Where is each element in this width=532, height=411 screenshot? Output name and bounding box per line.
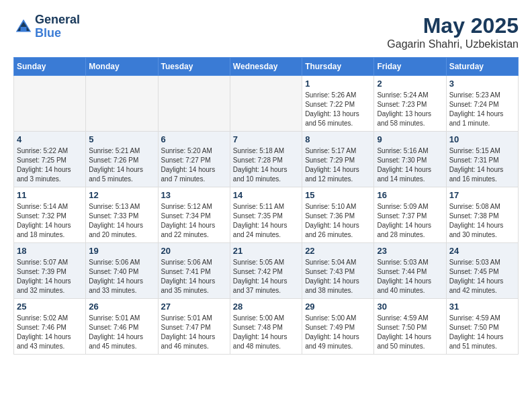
calendar-cell: 19Sunrise: 5:06 AMSunset: 7:40 PMDayligh… [86,243,158,299]
day-info: Sunrise: 5:24 AMSunset: 7:23 PMDaylight:… [377,91,443,128]
calendar-header-row: SundayMondayTuesdayWednesdayThursdayFrid… [14,58,519,76]
day-number: 1 [305,79,371,89]
header-sunday: Sunday [14,58,86,76]
day-info: Sunrise: 5:13 AMSunset: 7:33 PMDaylight:… [89,202,154,240]
calendar-cell: 18Sunrise: 5:07 AMSunset: 7:39 PMDayligh… [14,243,86,299]
day-number: 26 [89,302,154,312]
calendar-cell [86,76,158,132]
calendar-cell: 17Sunrise: 5:08 AMSunset: 7:38 PMDayligh… [446,187,518,243]
header-monday: Monday [86,58,158,76]
calendar-cell: 27Sunrise: 5:01 AMSunset: 7:47 PMDayligh… [158,299,230,355]
day-number: 5 [89,134,154,144]
day-info: Sunrise: 5:05 AMSunset: 7:42 PMDaylight:… [233,258,299,295]
day-info: Sunrise: 5:17 AMSunset: 7:29 PMDaylight:… [305,146,371,184]
calendar-cell: 25Sunrise: 5:02 AMSunset: 7:46 PMDayligh… [14,299,86,355]
day-number: 15 [305,190,371,200]
day-number: 30 [377,302,443,312]
svg-rect-2 [21,27,27,31]
day-info: Sunrise: 5:09 AMSunset: 7:37 PMDaylight:… [377,202,443,240]
calendar-cell: 29Sunrise: 5:00 AMSunset: 7:49 PMDayligh… [302,299,374,355]
day-number: 25 [17,302,83,312]
day-info: Sunrise: 5:03 AMSunset: 7:45 PMDaylight:… [449,258,515,295]
day-number: 10 [449,134,515,144]
calendar-cell: 1Sunrise: 5:26 AMSunset: 7:22 PMDaylight… [302,76,374,132]
day-number: 12 [89,190,154,200]
day-number: 17 [449,190,515,200]
logo: General Blue [13,13,80,40]
header: General Blue May 2025 Gagarin Shahri, Uz… [13,13,519,50]
calendar-cell [230,76,302,132]
day-info: Sunrise: 5:00 AMSunset: 7:48 PMDaylight:… [233,314,299,351]
logo-text-line2: Blue [35,27,80,40]
calendar-cell: 16Sunrise: 5:09 AMSunset: 7:37 PMDayligh… [374,187,446,243]
day-info: Sunrise: 5:22 AMSunset: 7:25 PMDaylight:… [17,146,83,184]
day-info: Sunrise: 5:00 AMSunset: 7:49 PMDaylight:… [305,314,371,351]
calendar-cell: 2Sunrise: 5:24 AMSunset: 7:23 PMDaylight… [374,76,446,132]
day-info: Sunrise: 5:06 AMSunset: 7:40 PMDaylight:… [89,258,154,295]
calendar-cell: 22Sunrise: 5:04 AMSunset: 7:43 PMDayligh… [302,243,374,299]
day-info: Sunrise: 5:26 AMSunset: 7:22 PMDaylight:… [305,91,371,128]
day-number: 2 [377,79,443,89]
day-info: Sunrise: 5:16 AMSunset: 7:30 PMDaylight:… [377,146,443,184]
calendar-cell: 23Sunrise: 5:03 AMSunset: 7:44 PMDayligh… [374,243,446,299]
day-number: 20 [161,246,227,256]
calendar-cell: 15Sunrise: 5:10 AMSunset: 7:36 PMDayligh… [302,187,374,243]
day-number: 21 [233,246,299,256]
day-info: Sunrise: 5:14 AMSunset: 7:32 PMDaylight:… [17,202,83,240]
header-saturday: Saturday [446,58,518,76]
header-thursday: Thursday [302,58,374,76]
day-number: 3 [449,79,515,89]
calendar-cell: 7Sunrise: 5:18 AMSunset: 7:28 PMDaylight… [230,132,302,187]
calendar-table: SundayMondayTuesdayWednesdayThursdayFrid… [13,57,519,355]
day-number: 29 [305,302,371,312]
day-number: 7 [233,134,299,144]
day-info: Sunrise: 5:21 AMSunset: 7:26 PMDaylight:… [89,146,154,184]
subtitle: Gagarin Shahri, Uzbekistan [387,38,519,50]
day-info: Sunrise: 5:04 AMSunset: 7:43 PMDaylight:… [305,258,371,295]
logo-icon [13,17,34,37]
main-title: May 2025 [387,13,519,38]
day-number: 24 [449,246,515,256]
day-number: 19 [89,246,154,256]
day-number: 27 [161,302,227,312]
day-info: Sunrise: 5:23 AMSunset: 7:24 PMDaylight:… [449,91,515,128]
day-info: Sunrise: 5:11 AMSunset: 7:35 PMDaylight:… [233,202,299,240]
calendar-cell: 30Sunrise: 4:59 AMSunset: 7:50 PMDayligh… [374,299,446,355]
calendar-cell: 6Sunrise: 5:20 AMSunset: 7:27 PMDaylight… [158,132,230,187]
day-info: Sunrise: 4:59 AMSunset: 7:50 PMDaylight:… [449,314,515,351]
day-info: Sunrise: 5:01 AMSunset: 7:46 PMDaylight:… [89,314,154,351]
calendar-cell: 28Sunrise: 5:00 AMSunset: 7:48 PMDayligh… [230,299,302,355]
calendar-cell: 24Sunrise: 5:03 AMSunset: 7:45 PMDayligh… [446,243,518,299]
day-number: 23 [377,246,443,256]
calendar-cell: 13Sunrise: 5:12 AMSunset: 7:34 PMDayligh… [158,187,230,243]
day-info: Sunrise: 5:18 AMSunset: 7:28 PMDaylight:… [233,146,299,184]
day-number: 31 [449,302,515,312]
calendar-cell: 9Sunrise: 5:16 AMSunset: 7:30 PMDaylight… [374,132,446,187]
calendar-cell: 8Sunrise: 5:17 AMSunset: 7:29 PMDaylight… [302,132,374,187]
calendar-cell: 11Sunrise: 5:14 AMSunset: 7:32 PMDayligh… [14,187,86,243]
day-info: Sunrise: 5:12 AMSunset: 7:34 PMDaylight:… [161,202,227,240]
logo-text-line1: General [35,13,80,27]
calendar-cell: 3Sunrise: 5:23 AMSunset: 7:24 PMDaylight… [446,76,518,132]
header-friday: Friday [374,58,446,76]
day-info: Sunrise: 5:03 AMSunset: 7:44 PMDaylight:… [377,258,443,295]
day-info: Sunrise: 4:59 AMSunset: 7:50 PMDaylight:… [377,314,443,351]
day-info: Sunrise: 5:01 AMSunset: 7:47 PMDaylight:… [161,314,227,351]
day-number: 22 [305,246,371,256]
day-number: 9 [377,134,443,144]
day-info: Sunrise: 5:06 AMSunset: 7:41 PMDaylight:… [161,258,227,295]
title-area: May 2025 Gagarin Shahri, Uzbekistan [387,13,519,50]
calendar-week-row: 25Sunrise: 5:02 AMSunset: 7:46 PMDayligh… [14,299,519,355]
day-info: Sunrise: 5:08 AMSunset: 7:38 PMDaylight:… [449,202,515,240]
header-wednesday: Wednesday [230,58,302,76]
day-number: 16 [377,190,443,200]
day-number: 28 [233,302,299,312]
day-info: Sunrise: 5:20 AMSunset: 7:27 PMDaylight:… [161,146,227,184]
day-info: Sunrise: 5:10 AMSunset: 7:36 PMDaylight:… [305,202,371,240]
calendar-cell [14,76,86,132]
calendar-cell: 5Sunrise: 5:21 AMSunset: 7:26 PMDaylight… [86,132,158,187]
day-number: 11 [17,190,83,200]
calendar-week-row: 18Sunrise: 5:07 AMSunset: 7:39 PMDayligh… [14,243,519,299]
calendar-cell: 20Sunrise: 5:06 AMSunset: 7:41 PMDayligh… [158,243,230,299]
calendar-cell: 12Sunrise: 5:13 AMSunset: 7:33 PMDayligh… [86,187,158,243]
